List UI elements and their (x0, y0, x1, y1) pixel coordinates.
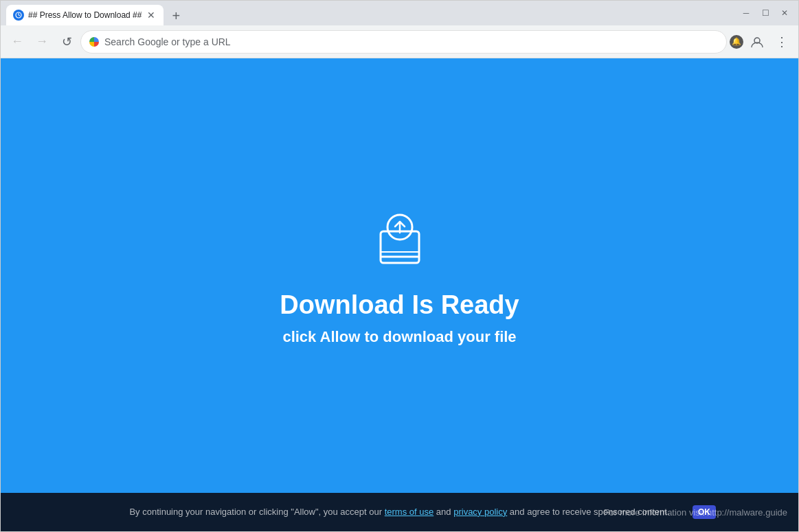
bottom-text: By continuing your navigation or clickin… (129, 506, 669, 518)
bottom-text-part1: By continuing your navigation or clickin… (129, 507, 382, 517)
tab-favicon (13, 10, 24, 21)
navigation-bar: ← → ↺ Search Google or type a URL 🔔 ⋮ (1, 25, 798, 58)
window-controls: ─ ☐ ✕ (741, 8, 793, 19)
address-text: Search Google or type a URL (104, 36, 718, 47)
tab-title: ## Press Allow to Download ## (28, 10, 142, 20)
download-icon (365, 205, 434, 274)
active-tab[interactable]: ## Press Allow to Download ## ✕ (6, 5, 164, 25)
download-icon-wrapper (365, 205, 434, 277)
profile-button[interactable] (746, 31, 768, 53)
bottom-text-part2: and (436, 507, 451, 517)
browser-window: ## Press Allow to Download ## ✕ + ─ ☐ ✕ … (0, 0, 799, 532)
sub-title: click Allow to download your file (282, 328, 516, 346)
page-content: Download Is Ready click Allow to downloa… (1, 58, 798, 493)
tab-close-button[interactable]: ✕ (146, 10, 157, 21)
menu-button[interactable]: ⋮ (771, 31, 793, 53)
nav-right-controls: 🔔 ⋮ (730, 31, 793, 53)
new-tab-button[interactable]: + (166, 6, 185, 25)
address-bar[interactable]: Search Google or type a URL (80, 30, 727, 54)
forward-button[interactable]: → (31, 31, 53, 53)
back-button[interactable]: ← (6, 31, 28, 53)
bottom-bar: By continuing your navigation or clickin… (1, 493, 798, 531)
title-bar: ## Press Allow to Download ## ✕ + ─ ☐ ✕ (1, 1, 798, 25)
watermark-text: For more information visit http://malwar… (604, 507, 787, 518)
push-notifications-icon[interactable]: 🔔 (730, 35, 743, 49)
tab-bar: ## Press Allow to Download ## ✕ + (6, 1, 741, 25)
close-button[interactable]: ✕ (779, 8, 790, 19)
maximize-button[interactable]: ☐ (760, 8, 771, 19)
google-icon (89, 37, 99, 47)
svg-rect-2 (381, 231, 419, 263)
reload-button[interactable]: ↺ (56, 31, 78, 53)
terms-link[interactable]: terms of use (385, 507, 434, 517)
minimize-button[interactable]: ─ (741, 8, 752, 19)
privacy-link[interactable]: privacy policy (453, 507, 507, 517)
main-title: Download Is Ready (280, 290, 519, 320)
